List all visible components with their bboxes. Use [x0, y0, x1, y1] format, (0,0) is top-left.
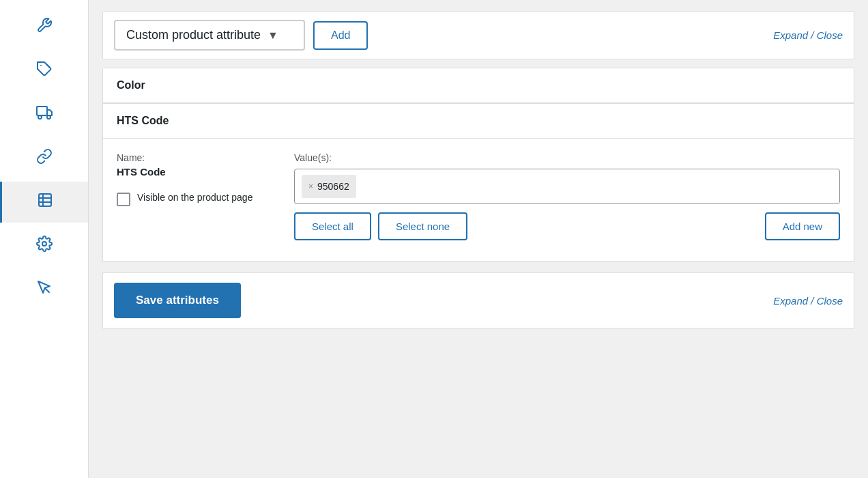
sidebar-item-tags[interactable]: [0, 51, 88, 92]
svg-point-3: [47, 115, 50, 119]
chevron-down-icon: ▼: [267, 29, 278, 42]
values-input-box[interactable]: × 950662: [294, 169, 840, 204]
sidebar-item-table[interactable]: [0, 182, 88, 223]
hts-section-header: HTS Code: [103, 104, 854, 139]
save-attributes-button[interactable]: Save attributes: [114, 283, 241, 318]
dropdown-label: Custom product attribute: [126, 28, 261, 42]
svg-point-2: [38, 115, 42, 119]
visible-label: Visible on the product page: [137, 191, 252, 205]
sidebar-item-wrench[interactable]: [0, 7, 88, 48]
svg-rect-4: [39, 194, 51, 206]
hts-section: HTS Code Name: HTS Code Visible on the p…: [102, 104, 854, 262]
name-value: HTS Code: [117, 166, 267, 178]
add-button[interactable]: Add: [313, 21, 368, 50]
wrench-icon: [36, 17, 53, 38]
color-section: Color: [102, 68, 854, 104]
sidebar-item-truck[interactable]: [0, 94, 88, 135]
tags-icon: [36, 61, 53, 81]
sidebar: [0, 0, 89, 478]
visible-checkbox-row: Visible on the product page: [117, 191, 267, 206]
hts-body: Name: HTS Code Visible on the product pa…: [103, 139, 854, 261]
select-all-button[interactable]: Select all: [294, 212, 371, 240]
top-bar: Custom product attribute ▼ Add Expand / …: [102, 11, 854, 59]
truck-icon: [36, 104, 53, 125]
tag-remove-icon[interactable]: ×: [308, 182, 313, 191]
name-label: Name:: [117, 152, 267, 163]
link-icon: [36, 148, 53, 169]
expand-close-top[interactable]: Expand / Close: [773, 29, 843, 41]
select-none-button[interactable]: Select none: [378, 212, 467, 240]
sidebar-item-settings[interactable]: [0, 225, 88, 266]
hts-section-title: HTS Code: [117, 115, 169, 126]
cursor-icon: [36, 279, 53, 300]
hts-right-column: Value(s): × 950662 Select all Select non…: [294, 152, 840, 240]
hts-left-column: Name: HTS Code Visible on the product pa…: [117, 152, 267, 206]
expand-close-bottom[interactable]: Expand / Close: [773, 295, 843, 307]
values-label: Value(s):: [294, 152, 840, 163]
visible-checkbox[interactable]: [117, 193, 130, 206]
tag-chip: × 950662: [302, 175, 356, 198]
main-content: Custom product attribute ▼ Add Expand / …: [89, 0, 868, 478]
color-section-header: Color: [103, 68, 854, 103]
table-icon: [37, 192, 53, 212]
add-new-button[interactable]: Add new: [765, 212, 840, 240]
action-buttons: Select all Select none Add new: [294, 212, 840, 240]
bottom-bar: Save attributes Expand / Close: [102, 272, 854, 328]
sidebar-item-link[interactable]: [0, 138, 88, 179]
sidebar-item-cursor[interactable]: [0, 269, 88, 310]
svg-rect-1: [37, 107, 47, 115]
tag-value: 950662: [317, 181, 349, 192]
svg-point-8: [42, 242, 46, 246]
gear-icon: [36, 236, 53, 256]
attribute-dropdown[interactable]: Custom product attribute ▼: [114, 20, 305, 51]
color-section-title: Color: [117, 79, 145, 91]
